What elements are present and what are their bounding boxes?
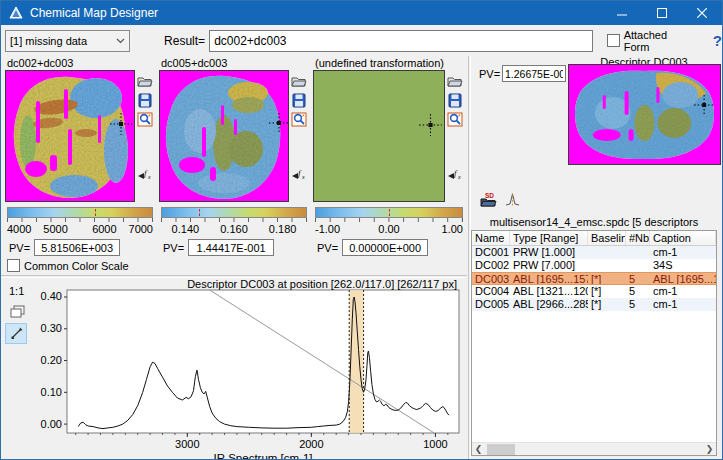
- table-cell-name: DC005: [472, 298, 510, 311]
- color-scale-labels: -1.000.001.00: [315, 223, 463, 235]
- chemical-map-image[interactable]: [159, 70, 289, 202]
- horizontal-scrollbar[interactable]: ❮ ❯: [472, 442, 716, 455]
- color-scale-ticks: [7, 218, 153, 222]
- close-button[interactable]: [682, 1, 722, 25]
- peak-definition-icon[interactable]: [504, 191, 521, 207]
- scale-tick-label: 0.180: [269, 223, 297, 235]
- scale-tick-label: -1.00: [315, 223, 340, 235]
- horizontal-splitter[interactable]: [1, 275, 467, 278]
- column-header[interactable]: Caption: [650, 231, 716, 245]
- minimize-button[interactable]: [602, 1, 642, 25]
- scroll-right-arrow[interactable]: ❯: [703, 443, 716, 456]
- title-bar: Chemical Map Designer: [1, 1, 722, 25]
- map-panel-title: (undefined transformation): [313, 57, 465, 70]
- color-scale-bar: [315, 207, 463, 218]
- app-icon: [8, 5, 24, 21]
- edit-color-scale-icon[interactable]: [137, 112, 153, 127]
- chemical-map-designer-window: Chemical Map Designer [1] missing data R…: [0, 0, 723, 460]
- apply-function-icon[interactable]: fx: [447, 167, 463, 182]
- table-cell-caption: ABL [1695...1579: [650, 273, 716, 284]
- scroll-left-arrow[interactable]: ❮: [472, 443, 485, 456]
- toolbar: [1] missing data Result= Attached Form ?: [1, 25, 722, 56]
- x-axis-label: IR Spectrum [cm-1]: [213, 452, 312, 459]
- spectrum-section: 1:1 3000200010000.000.100.200.300.40Desc…: [1, 279, 468, 459]
- copy-view-icon[interactable]: [10, 305, 26, 319]
- table-cell-name: DC002: [472, 259, 510, 272]
- map-panel-undefined: (undefined transformation): [311, 56, 467, 257]
- column-header[interactable]: #Nb: [626, 231, 650, 245]
- y-tick-label: 0.10: [41, 386, 62, 398]
- edit-color-scale-icon[interactable]: [447, 112, 463, 127]
- x-tick-label: 2000: [299, 438, 323, 450]
- map-panel-title: dc002+dc003: [5, 57, 155, 70]
- table-cell-nb: 5: [626, 273, 650, 284]
- scale-tick-label: 0.160: [220, 223, 248, 235]
- pv-label: PV=: [163, 242, 184, 254]
- open-map-icon[interactable]: [291, 74, 307, 89]
- color-scale-bar: [161, 207, 307, 218]
- table-cell-type: ABL [2966...2850]: [510, 298, 588, 311]
- table-row[interactable]: DC002PRW [7.000]34S: [472, 259, 716, 272]
- y-tick-label: 0.30: [41, 322, 62, 334]
- color-scale-labels: 4000500060007000: [7, 223, 153, 235]
- color-scale-ticks: [161, 218, 307, 222]
- table-cell-name: DC004: [472, 285, 510, 298]
- map-panel-dc002: dc002+dc003: [3, 56, 157, 257]
- save-map-icon[interactable]: [447, 93, 463, 108]
- scrollbar-thumb[interactable]: [487, 444, 515, 455]
- column-header[interactable]: Name: [472, 231, 510, 245]
- chemical-map-image[interactable]: [5, 70, 135, 202]
- table-row[interactable]: DC004ABL [1321...1205][*]5cm-1: [472, 285, 716, 298]
- table-header-row[interactable]: NameType [Range]Baseline#NbCaption: [472, 231, 716, 246]
- apply-function-icon[interactable]: fx: [291, 167, 307, 182]
- common-color-scale-checkbox[interactable]: [7, 259, 20, 272]
- table-row[interactable]: DC001PRW [1.000]cm-1: [472, 246, 716, 259]
- descriptor-panel: Descriptor DC003 PV=: [471, 56, 723, 460]
- table-cell-baseline: [588, 259, 626, 272]
- save-map-icon[interactable]: [291, 93, 307, 108]
- pv-value-field[interactable]: [34, 239, 120, 256]
- color-scale-ticks: [315, 218, 463, 222]
- table-cell-baseline: [*]: [588, 285, 626, 298]
- pv-value-field[interactable]: [342, 239, 428, 256]
- spectrum-plot[interactable]: 3000200010000.000.100.200.300.40Descript…: [31, 279, 468, 459]
- table-cell-name: DC001: [472, 246, 510, 259]
- table-row[interactable]: DC005ABL [2966...2850][*]5cm-1: [472, 298, 716, 311]
- table-cell-type: PRW [7.000]: [510, 259, 588, 272]
- edit-color-scale-icon[interactable]: [291, 112, 307, 127]
- map-panel-title: dc005+dc003: [159, 57, 309, 70]
- pv-label: PV=: [479, 68, 500, 80]
- open-map-icon[interactable]: [447, 74, 463, 89]
- maximize-button[interactable]: [642, 1, 682, 25]
- load-spd-icon[interactable]: SD: [480, 191, 497, 207]
- descriptor-range-band: [349, 290, 363, 433]
- attached-form-checkbox[interactable]: [607, 34, 619, 47]
- y-tick-label: 0.40: [41, 290, 62, 302]
- pv-value-field[interactable]: [188, 239, 274, 256]
- color-scale-bar: [7, 207, 153, 218]
- pv-position-marker: [95, 209, 96, 216]
- column-header[interactable]: Baseline: [588, 231, 626, 245]
- scale-tick-label: 4000: [7, 223, 31, 235]
- plot-title: Descriptor DC003 at position [262.0/117.…: [187, 279, 457, 290]
- table-cell-name: DC003: [472, 273, 510, 284]
- column-header[interactable]: Type [Range]: [510, 231, 588, 245]
- zoom-1to1-button[interactable]: 1:1: [9, 285, 24, 297]
- open-map-icon[interactable]: [137, 74, 153, 89]
- table-cell-caption: cm-1: [650, 285, 716, 298]
- descriptor-map-image[interactable]: [568, 64, 721, 165]
- table-row[interactable]: DC003ABL [1695...1579][*]5ABL [1695...15…: [472, 272, 716, 285]
- descriptor-pv-field[interactable]: [502, 65, 566, 82]
- help-button[interactable]: ?: [713, 32, 722, 49]
- map-panel-dc005: dc005+dc003: [157, 56, 311, 257]
- scale-tick-label: 5000: [43, 223, 67, 235]
- attached-form-label: Attached Form: [624, 29, 691, 53]
- chevron-down-icon: [116, 38, 125, 44]
- result-input[interactable]: [209, 30, 593, 52]
- autoscale-button[interactable]: [5, 323, 27, 344]
- save-map-icon[interactable]: [137, 93, 153, 108]
- apply-function-icon[interactable]: fx: [137, 167, 153, 182]
- missing-data-select[interactable]: [1] missing data: [5, 30, 130, 52]
- diagonal-arrow-icon: [10, 327, 23, 340]
- chemical-map-image[interactable]: [313, 70, 445, 202]
